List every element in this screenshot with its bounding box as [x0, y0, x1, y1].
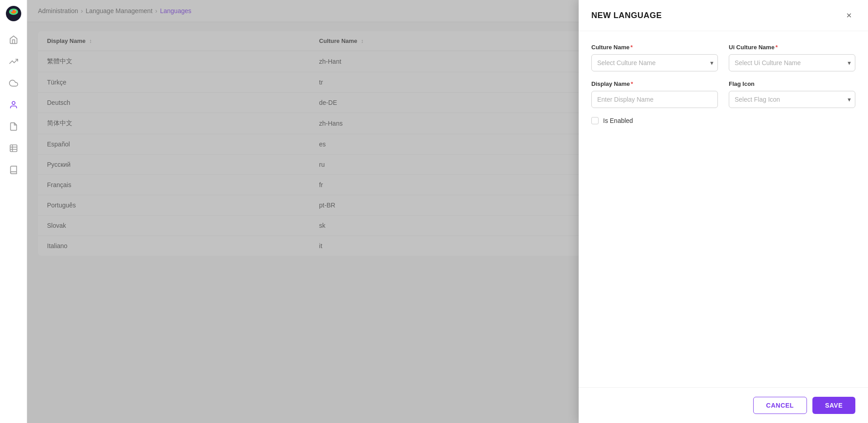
ui-culture-name-required: *	[775, 44, 778, 51]
form-row-1: Culture Name* Select Culture Name ▾ Ui C…	[591, 44, 855, 71]
flag-icon-label: Flag Icon	[729, 80, 855, 87]
svg-point-5	[12, 102, 15, 105]
sidebar-item-home[interactable]	[5, 31, 23, 49]
drawer-title: NEW LANGUAGE	[591, 11, 662, 20]
form-group-flag-icon: Flag Icon Select Flag Icon ▾	[729, 80, 855, 108]
sidebar	[0, 0, 27, 423]
sidebar-item-document[interactable]	[5, 118, 23, 136]
form-group-ui-culture-name: Ui Culture Name* Select Ui Culture Name …	[729, 44, 855, 71]
sidebar-item-user[interactable]	[5, 96, 23, 114]
ui-culture-name-select-wrapper: Select Ui Culture Name ▾	[729, 54, 855, 71]
drawer-footer: CANCEL SAVE	[579, 387, 868, 423]
is-enabled-checkbox[interactable]	[591, 117, 599, 124]
svg-point-3	[11, 10, 13, 12]
flag-icon-select-wrapper: Select Flag Icon ▾	[729, 91, 855, 108]
app-logo	[5, 5, 22, 22]
sidebar-item-book[interactable]	[5, 161, 23, 179]
form-group-culture-name: Culture Name* Select Culture Name ▾	[591, 44, 718, 71]
display-name-input[interactable]	[591, 91, 718, 108]
sidebar-item-cloud[interactable]	[5, 74, 23, 92]
culture-name-required: *	[631, 44, 633, 51]
culture-name-label: Culture Name*	[591, 44, 718, 51]
ui-culture-name-select[interactable]: Select Ui Culture Name	[729, 54, 855, 71]
culture-name-select[interactable]: Select Culture Name	[591, 54, 718, 71]
form-row-2: Display Name* Flag Icon Select Flag Icon…	[591, 80, 855, 108]
sidebar-item-file[interactable]	[5, 139, 23, 157]
svg-point-4	[14, 10, 16, 11]
drawer-header: NEW LANGUAGE	[579, 0, 868, 31]
ui-culture-name-label: Ui Culture Name*	[729, 44, 855, 51]
is-enabled-row: Is Enabled	[591, 117, 855, 124]
form-group-display-name: Display Name*	[591, 80, 718, 108]
display-name-required: *	[631, 80, 633, 87]
cancel-button[interactable]: CANCEL	[753, 397, 807, 414]
save-button[interactable]: SAVE	[812, 397, 855, 414]
new-language-drawer: NEW LANGUAGE Culture Name* Select Cultur…	[579, 0, 868, 423]
culture-name-select-wrapper: Select Culture Name ▾	[591, 54, 718, 71]
close-button[interactable]	[843, 9, 855, 22]
svg-rect-6	[10, 145, 17, 152]
drawer-body: Culture Name* Select Culture Name ▾ Ui C…	[579, 31, 868, 387]
is-enabled-label[interactable]: Is Enabled	[603, 117, 633, 124]
flag-icon-select[interactable]: Select Flag Icon	[729, 91, 855, 108]
display-name-label: Display Name*	[591, 80, 718, 87]
main-content: Administration › Language Management › L…	[27, 0, 868, 423]
sidebar-item-analytics[interactable]	[5, 52, 23, 70]
